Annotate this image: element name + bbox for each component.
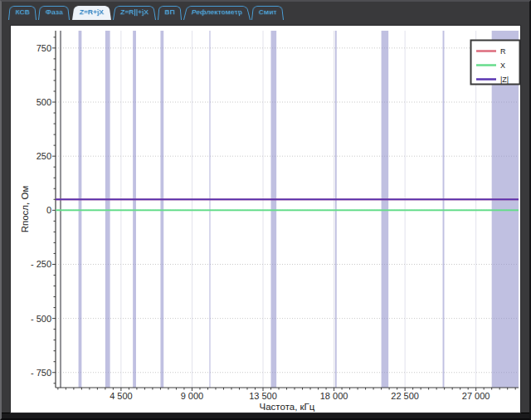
traces bbox=[56, 199, 519, 210]
legend-label-R: R bbox=[500, 47, 506, 56]
x-tick-labels: 4 5009 00013 50018 00022 50027 000 bbox=[110, 391, 490, 401]
tabbar: КСВФазаZ=R+jXZ=R||+jXВПРефлектометрСмит bbox=[7, 3, 285, 20]
legend-label-X: X bbox=[500, 61, 505, 70]
svg-text:22 500: 22 500 bbox=[391, 391, 419, 401]
tick-marks bbox=[52, 37, 515, 391]
svg-text:0: 0 bbox=[46, 205, 51, 215]
y-tick-labels: 7505002500- 250- 500- 750 bbox=[31, 43, 51, 378]
band-stripe bbox=[160, 31, 163, 388]
svg-text:500: 500 bbox=[37, 97, 51, 107]
band-stripe bbox=[79, 31, 82, 388]
tab-label: КСВ bbox=[15, 8, 30, 16]
legend: RX|Z| bbox=[471, 41, 520, 85]
svg-text:- 250: - 250 bbox=[31, 259, 51, 269]
tab-ksv[interactable]: КСВ bbox=[8, 6, 37, 20]
svg-text:13 500: 13 500 bbox=[249, 391, 277, 401]
svg-text:- 750: - 750 bbox=[31, 368, 51, 378]
svg-text:27 000: 27 000 bbox=[462, 391, 490, 401]
band-stripe bbox=[209, 31, 210, 388]
svg-text:9 000: 9 000 bbox=[181, 391, 204, 401]
band-stripe bbox=[443, 31, 445, 388]
tab-vp[interactable]: ВП bbox=[158, 6, 182, 20]
tab-label: Смит bbox=[259, 8, 277, 16]
band-stripe bbox=[133, 31, 136, 388]
tab-label: Z=R||+jX bbox=[119, 8, 149, 16]
legend-label-|Z|: |Z| bbox=[500, 76, 509, 84]
axes bbox=[56, 31, 519, 388]
tab-faza[interactable]: Фаза bbox=[38, 6, 70, 20]
band-stripe bbox=[105, 31, 110, 388]
bottom-strip bbox=[2, 413, 529, 418]
tab-z-series[interactable]: Z=R+jX bbox=[72, 6, 111, 20]
band-stripe bbox=[271, 31, 277, 388]
tab-label: Z=R+jX bbox=[79, 8, 104, 16]
svg-text:18 000: 18 000 bbox=[320, 391, 348, 401]
tab-z-parallel[interactable]: Z=R||+jX bbox=[113, 6, 156, 20]
vertical-gridlines bbox=[121, 31, 476, 388]
y-axis-title: Rпосл, Ом bbox=[20, 186, 30, 233]
marker-stripe bbox=[60, 31, 61, 388]
svg-text:250: 250 bbox=[37, 151, 51, 161]
tab-label: Рефлектометр bbox=[191, 8, 243, 16]
band-stripe bbox=[382, 31, 389, 388]
tab-reflectometer[interactable]: Рефлектометр bbox=[183, 6, 251, 20]
tab-label: ВП bbox=[164, 8, 175, 16]
band-stripe bbox=[335, 31, 337, 388]
svg-text:- 500: - 500 bbox=[31, 314, 51, 324]
svg-text:750: 750 bbox=[37, 43, 51, 53]
x-axis-title: Частота, кГц bbox=[260, 402, 315, 412]
tab-smith[interactable]: Смит bbox=[251, 6, 284, 20]
svg-text:4 500: 4 500 bbox=[110, 391, 133, 401]
impedance-chart[interactable]: 4 5009 00013 50018 00022 50027 000750500… bbox=[11, 26, 520, 413]
tab-label: Фаза bbox=[46, 8, 64, 16]
chart-panel: 4 5009 00013 50018 00022 50027 000750500… bbox=[10, 25, 521, 413]
band-highlights bbox=[60, 31, 519, 388]
